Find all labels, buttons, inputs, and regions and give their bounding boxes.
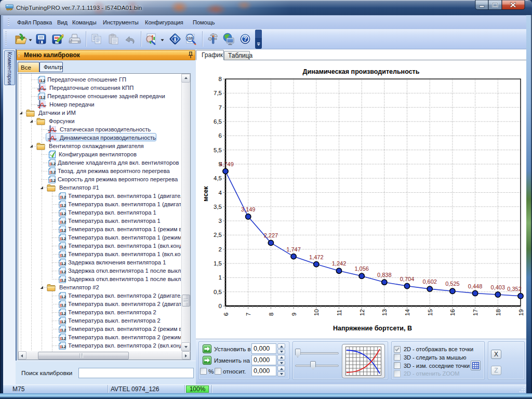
svg-text:1.2: 1.2 xyxy=(61,328,67,332)
svg-text:4,749: 4,749 xyxy=(219,161,234,167)
svg-text:2,5: 2,5 xyxy=(214,232,222,238)
svg-text:1.2: 1.2 xyxy=(61,211,67,216)
svg-text:1.2: 1.2 xyxy=(41,95,46,100)
svg-text:1.2: 1.2 xyxy=(51,178,57,183)
svg-text:0,5: 0,5 xyxy=(214,289,222,295)
svg-text:1.2: 1.2 xyxy=(61,261,67,266)
svg-text:4,5: 4,5 xyxy=(214,175,222,181)
svg-text:3: 3 xyxy=(219,218,222,224)
svg-text:Динамическая производительност: Динамическая производительность xyxy=(303,68,420,75)
svg-text:1.2: 1.2 xyxy=(61,203,67,208)
svg-text:1.2: 1.2 xyxy=(61,303,67,308)
svg-text:9: 9 xyxy=(291,313,297,316)
svg-text:6: 6 xyxy=(223,313,229,316)
svg-text:19: 19 xyxy=(518,309,524,316)
svg-text:0,448: 0,448 xyxy=(468,283,483,289)
svg-text:6,5: 6,5 xyxy=(214,118,222,125)
svg-text:1,242: 1,242 xyxy=(332,260,347,267)
svg-text:1.2: 1.2 xyxy=(61,278,67,283)
svg-text:Напряжение бортсети, В: Напряжение бортсети, В xyxy=(333,325,412,332)
svg-text:0: 0 xyxy=(219,303,222,309)
svg-text:17: 17 xyxy=(472,309,478,316)
svg-text:1,056: 1,056 xyxy=(354,265,369,272)
svg-text:2,227: 2,227 xyxy=(264,232,278,238)
svg-text:мсек: мсек xyxy=(202,186,209,202)
svg-text:1.2: 1.2 xyxy=(61,320,67,324)
svg-text:1.2: 1.2 xyxy=(61,295,67,299)
svg-text:1.2: 1.2 xyxy=(61,220,67,224)
svg-text:5,5: 5,5 xyxy=(214,147,222,153)
svg-text:2: 2 xyxy=(219,246,222,252)
svg-text:0,838: 0,838 xyxy=(377,272,392,278)
svg-text:0,602: 0,602 xyxy=(422,278,437,285)
svg-text:1.2: 1.2 xyxy=(61,228,67,233)
svg-text:1.2: 1.2 xyxy=(41,78,46,83)
svg-text:1,472: 1,472 xyxy=(309,254,324,260)
svg-text:1.2: 1.2 xyxy=(61,195,67,200)
svg-text:0,352: 0,352 xyxy=(507,286,522,292)
svg-text:8: 8 xyxy=(268,313,274,316)
svg-text:8: 8 xyxy=(219,76,222,82)
svg-text:1.2: 1.2 xyxy=(61,311,67,316)
svg-text:1.2: 1.2 xyxy=(61,336,67,341)
svg-text:6: 6 xyxy=(219,132,222,139)
svg-text:1.2: 1.2 xyxy=(61,270,67,274)
svg-text:10: 10 xyxy=(313,309,320,316)
svg-text:1,5: 1,5 xyxy=(214,260,222,267)
svg-text:16: 16 xyxy=(449,309,456,316)
svg-text:1,747: 1,747 xyxy=(286,246,301,252)
svg-text:18: 18 xyxy=(495,309,501,316)
svg-text:13: 13 xyxy=(381,309,388,316)
svg-text:1.2: 1.2 xyxy=(61,253,67,258)
svg-text:15: 15 xyxy=(427,309,433,316)
svg-text:?: ? xyxy=(243,35,247,43)
svg-text:1.2: 1.2 xyxy=(61,236,67,241)
svg-text:3,149: 3,149 xyxy=(241,206,256,212)
svg-text:1.2: 1.2 xyxy=(51,170,57,175)
svg-text:7,5: 7,5 xyxy=(214,90,222,96)
svg-text:3,5: 3,5 xyxy=(214,204,222,210)
svg-text:12: 12 xyxy=(359,309,365,316)
svg-text:1.2: 1.2 xyxy=(61,344,67,349)
svg-text:11: 11 xyxy=(336,310,342,316)
svg-text:1: 1 xyxy=(219,274,222,281)
svg-text:4: 4 xyxy=(219,190,222,196)
svg-text:0,704: 0,704 xyxy=(400,276,415,282)
svg-text:0,403: 0,403 xyxy=(491,284,506,290)
svg-text:7: 7 xyxy=(219,104,222,111)
svg-text:0,525: 0,525 xyxy=(445,281,460,287)
svg-text:7: 7 xyxy=(245,313,251,316)
svg-text:14: 14 xyxy=(404,309,410,316)
svg-text:110: 110 xyxy=(187,36,193,41)
svg-text:1.2: 1.2 xyxy=(51,162,57,166)
svg-text:1.2: 1.2 xyxy=(61,245,67,249)
